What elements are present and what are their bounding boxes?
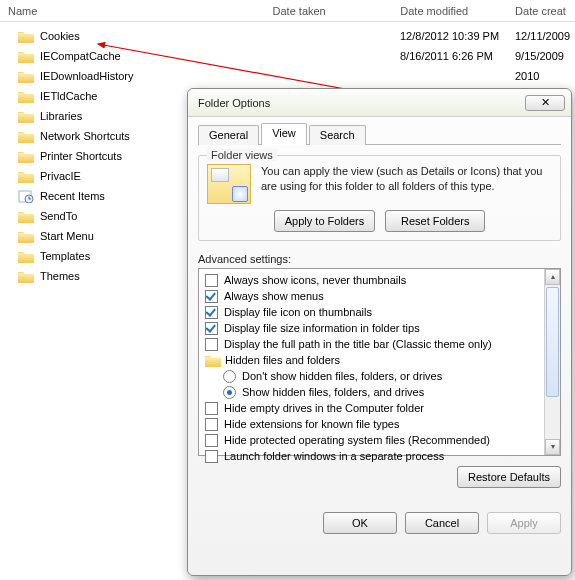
folder-icon [18, 90, 34, 103]
folder-icon [18, 210, 34, 223]
folder-icon [18, 270, 34, 283]
radio-icon[interactable] [223, 370, 236, 383]
file-name: IECompatCache [40, 50, 270, 62]
advanced-setting-row[interactable]: Display file size information in folder … [205, 320, 556, 336]
folder-views-legend: Folder views [207, 149, 277, 161]
cancel-button[interactable]: Cancel [405, 512, 479, 534]
tab-search[interactable]: Search [309, 125, 366, 145]
advanced-setting-label: Hide extensions for known file types [224, 418, 399, 430]
file-date-modified: 8/16/2011 6:26 PM [400, 50, 515, 62]
apply-to-folders-button[interactable]: Apply to Folders [274, 210, 375, 232]
col-date-created[interactable]: Date creat [515, 5, 575, 17]
checkbox-icon[interactable] [205, 434, 218, 447]
advanced-setting-row: Hidden files and folders [205, 352, 556, 368]
checkbox-icon[interactable] [205, 274, 218, 287]
folder-options-dialog: Folder Options ✕ General View Search Fol… [187, 88, 572, 576]
scroll-down-icon[interactable]: ▾ [545, 439, 560, 455]
advanced-setting-label: Launch folder windows in a separate proc… [224, 450, 444, 462]
checkbox-icon[interactable] [205, 418, 218, 431]
file-date-created: 12/11/2009 [515, 30, 575, 42]
folder-icon [18, 110, 34, 123]
checkbox-icon[interactable] [205, 322, 218, 335]
scroll-thumb[interactable] [546, 287, 559, 397]
folder-icon [205, 354, 219, 366]
folder-views-description: You can apply the view (such as Details … [261, 164, 552, 204]
file-name: Cookies [40, 30, 270, 42]
checkbox-icon[interactable] [205, 338, 218, 351]
tab-strip: General View Search [198, 123, 561, 145]
dialog-body: General View Search Folder views You can… [188, 117, 571, 542]
checkbox-icon[interactable] [205, 290, 218, 303]
folder-icon [18, 130, 34, 143]
advanced-setting-label: Don't show hidden files, folders, or dri… [242, 370, 442, 382]
advanced-setting-row[interactable]: Always show icons, never thumbnails [205, 272, 556, 288]
ok-button[interactable]: OK [323, 512, 397, 534]
folder-views-group: Folder views You can apply the view (suc… [198, 155, 561, 241]
tab-general[interactable]: General [198, 125, 259, 145]
close-icon: ✕ [541, 96, 550, 108]
advanced-setting-label: Hidden files and folders [225, 354, 340, 366]
dialog-title: Folder Options [198, 97, 525, 109]
folder-views-icon [207, 164, 251, 204]
advanced-setting-label: Display the full path in the title bar (… [224, 338, 492, 350]
folder-icon [18, 30, 34, 43]
folder-icon [18, 70, 34, 83]
advanced-setting-label: Show hidden files, folders, and drives [242, 386, 424, 398]
file-date-created: 9/15/2009 [515, 50, 575, 62]
checkbox-icon[interactable] [205, 306, 218, 319]
file-date-modified: 12/8/2012 10:39 PM [400, 30, 515, 42]
scroll-up-icon[interactable]: ▴ [545, 269, 560, 285]
folder-icon [18, 150, 34, 163]
folder-icon [18, 230, 34, 243]
advanced-setting-label: Hide protected operating system files (R… [224, 434, 490, 446]
tab-view[interactable]: View [261, 123, 307, 145]
folder-icon [18, 250, 34, 263]
advanced-settings-list: Always show icons, never thumbnailsAlway… [198, 268, 561, 456]
advanced-setting-row[interactable]: Hide extensions for known file types [205, 416, 556, 432]
checkbox-icon[interactable] [205, 402, 218, 415]
folder-icon [18, 50, 34, 63]
advanced-setting-label: Always show menus [224, 290, 324, 302]
advanced-setting-row[interactable]: Hide empty drives in the Computer folder [205, 400, 556, 416]
advanced-settings-label: Advanced settings: [198, 253, 561, 265]
advanced-setting-row[interactable]: Show hidden files, folders, and drives [205, 384, 556, 400]
close-button[interactable]: ✕ [525, 95, 565, 111]
advanced-setting-label: Display file icon on thumbnails [224, 306, 372, 318]
reset-folders-button[interactable]: Reset Folders [385, 210, 485, 232]
col-date-modified[interactable]: Date modified [400, 5, 515, 17]
apply-button[interactable]: Apply [487, 512, 561, 534]
folder-icon [18, 170, 34, 183]
file-name: IEDownloadHistory [40, 70, 270, 82]
col-date-taken[interactable]: Date taken [273, 5, 401, 17]
checkbox-icon[interactable] [205, 450, 218, 463]
advanced-setting-label: Hide empty drives in the Computer folder [224, 402, 424, 414]
restore-defaults-button[interactable]: Restore Defaults [457, 466, 561, 488]
file-row[interactable]: IECompatCache8/16/2011 6:26 PM9/15/2009 [0, 46, 575, 66]
advanced-setting-row[interactable]: Always show menus [205, 288, 556, 304]
col-name[interactable]: Name [8, 5, 273, 17]
advanced-setting-row[interactable]: Launch folder windows in a separate proc… [205, 448, 556, 464]
advanced-scrollbar[interactable]: ▴ ▾ [544, 269, 560, 455]
advanced-setting-label: Always show icons, never thumbnails [224, 274, 406, 286]
file-row[interactable]: Cookies12/8/2012 10:39 PM12/11/2009 [0, 26, 575, 46]
advanced-setting-row[interactable]: Display file icon on thumbnails [205, 304, 556, 320]
dialog-titlebar: Folder Options ✕ [188, 89, 571, 117]
dialog-footer: OK Cancel Apply [198, 502, 561, 534]
column-headers: Name Date taken Date modified Date creat [0, 0, 575, 22]
file-row[interactable]: IEDownloadHistory2010 [0, 66, 575, 86]
advanced-setting-label: Display file size information in folder … [224, 322, 420, 334]
advanced-setting-row[interactable]: Display the full path in the title bar (… [205, 336, 556, 352]
recent-items-icon [18, 190, 34, 203]
advanced-setting-row[interactable]: Don't show hidden files, folders, or dri… [205, 368, 556, 384]
file-date-created: 2010 [515, 70, 575, 82]
radio-icon[interactable] [223, 386, 236, 399]
advanced-setting-row[interactable]: Hide protected operating system files (R… [205, 432, 556, 448]
